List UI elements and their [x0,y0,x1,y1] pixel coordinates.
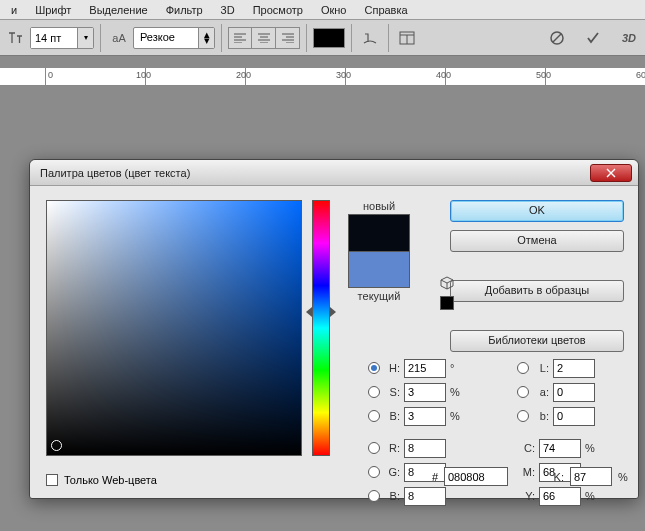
radio-s[interactable] [368,386,380,398]
suffix-percent: % [450,410,462,422]
input-s[interactable] [404,383,446,402]
radio-b-hsb[interactable] [368,410,380,422]
align-right-button[interactable] [276,27,300,49]
label-b-hsb: B: [386,410,400,422]
input-y[interactable] [539,487,581,506]
hex-input[interactable] [444,467,508,486]
dialog-titlebar[interactable]: Палитра цветов (цвет текста) [30,160,638,186]
commit-icon[interactable] [581,26,605,50]
warp-text-icon[interactable] [358,26,382,50]
color-picker-dialog: Палитра цветов (цвет текста) новый [29,159,639,499]
color-field[interactable] [46,200,302,456]
add-to-swatches-button[interactable]: Добавить в образцы [450,280,624,302]
text-color-swatch[interactable] [313,28,345,48]
color-field-cursor [51,440,62,451]
label-c: C: [517,442,535,454]
web-colors-checkbox[interactable] [46,474,58,486]
font-size-dropdown[interactable]: ▾ [77,28,93,48]
input-c[interactable] [539,439,581,458]
radio-b-lab[interactable] [517,410,529,422]
gamut-warning-swatch[interactable] [440,296,454,310]
hue-slider-thumb[interactable] [330,307,336,317]
input-k[interactable] [570,467,612,486]
menu-item[interactable]: и [2,1,26,19]
suffix-percent: % [450,386,462,398]
menu-bar: и Шрифт Выделение Фильтр 3D Просмотр Окн… [0,0,645,20]
input-b-rgb[interactable] [404,487,446,506]
horizontal-ruler: 0 100 200 300 400 500 600 [0,68,645,86]
input-h[interactable] [404,359,446,378]
text-size-icon [4,26,28,50]
font-size-field[interactable]: ▾ [30,27,94,49]
label-k: K: [546,471,564,483]
radio-h[interactable] [368,362,380,374]
menu-item[interactable]: Шрифт [26,1,80,19]
suffix-degree: ° [450,362,462,374]
radio-a[interactable] [517,386,529,398]
suffix-percent: % [585,490,597,502]
menu-item[interactable]: 3D [212,1,244,19]
hex-prefix: # [432,471,438,483]
label-b-lab: b: [535,410,549,422]
input-b-lab[interactable] [553,407,595,426]
label-g: G: [386,466,400,478]
menu-item[interactable]: Выделение [80,1,156,19]
label-h: H: [386,362,400,374]
cancel-button[interactable]: Отмена [450,230,624,252]
web-colors-label: Только Web-цвета [64,474,157,486]
radio-l[interactable] [517,362,529,374]
close-button[interactable] [590,164,632,182]
font-size-input[interactable] [31,28,77,48]
ok-button[interactable]: OK [450,200,624,222]
label-y: Y: [517,490,535,502]
current-color-label: текущий [358,290,401,302]
radio-g[interactable] [368,466,380,478]
align-left-button[interactable] [228,27,252,49]
menu-item[interactable]: Фильтр [157,1,212,19]
dialog-title: Палитра цветов (цвет текста) [40,167,190,179]
label-r: R: [386,442,400,454]
color-libraries-button[interactable]: Библиотеки цветов [450,330,624,352]
label-b-rgb: B: [386,490,400,502]
current-color-swatch[interactable] [349,251,409,288]
align-center-button[interactable] [252,27,276,49]
input-r[interactable] [404,439,446,458]
antialias-select[interactable]: Резкое ▴▾ [133,27,215,49]
new-color-label: новый [363,200,395,212]
options-toolbar: ▾ aA Резкое ▴▾ 3D [0,20,645,56]
3d-button[interactable]: 3D [617,26,641,50]
new-color-swatch [349,215,409,251]
cube-icon[interactable] [440,276,454,290]
panel-toggle-icon[interactable] [395,26,419,50]
menu-item[interactable]: Окно [312,1,356,19]
input-a[interactable] [553,383,595,402]
suffix-percent: % [618,471,630,483]
label-l: L: [535,362,549,374]
antialias-prefix: aA [107,26,131,50]
cancel-icon[interactable] [545,26,569,50]
hue-slider[interactable] [312,200,330,456]
menu-item[interactable]: Справка [355,1,416,19]
input-b-hsb[interactable] [404,407,446,426]
hue-slider-thumb[interactable] [306,307,312,317]
input-l[interactable] [553,359,595,378]
antialias-stepper[interactable]: ▴▾ [198,28,214,48]
radio-r[interactable] [368,442,380,454]
text-align-group [228,27,300,49]
menu-item[interactable]: Просмотр [244,1,312,19]
suffix-percent: % [585,442,597,454]
label-s: S: [386,386,400,398]
antialias-value: Резкое [134,28,198,48]
radio-b-rgb[interactable] [368,490,380,502]
label-a: a: [535,386,549,398]
